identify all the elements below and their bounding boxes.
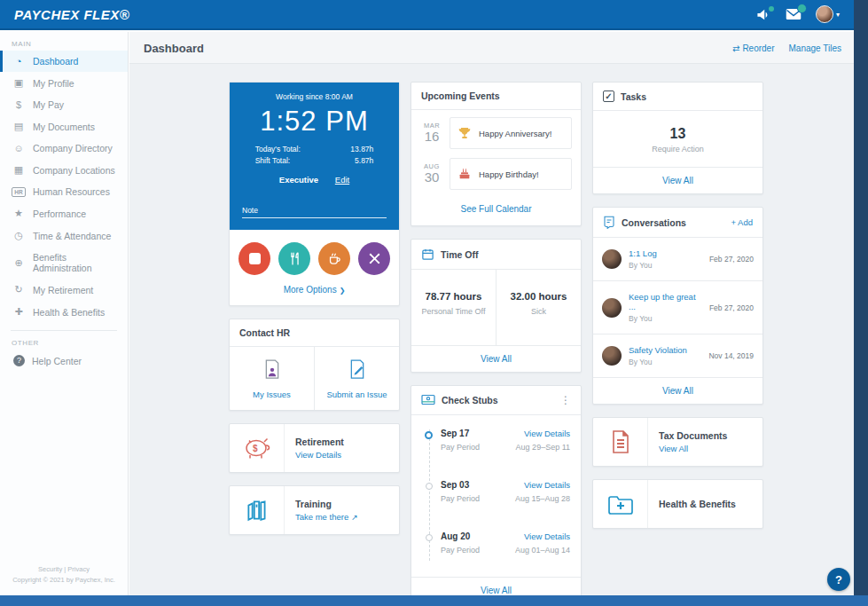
stop-clock-button[interactable] (239, 242, 270, 275)
profile-card-icon: ▣ (12, 77, 26, 89)
note-input[interactable]: Note (242, 206, 387, 218)
conversation-row[interactable]: Keep up the great ... By You Feb 27, 202… (593, 281, 762, 334)
training-link[interactable]: Take me there↗ (295, 512, 388, 522)
app-header: PAYCHEX FLEX® ▾ (0, 0, 854, 30)
time-off-view-all-link[interactable]: View All (411, 345, 581, 372)
check-stub-row: Sep 03 Pay Period View Details Aug 15–Au… (411, 472, 581, 523)
coffee-break-button[interactable] (318, 242, 350, 275)
sidebar-item-dashboard[interactable]: ◔ Dashboard (0, 51, 128, 72)
health-benefits-tile[interactable]: Health & Benefits (592, 479, 763, 529)
messages-icon[interactable] (786, 8, 802, 20)
event-day: 16 (420, 130, 443, 145)
sidebar-item-health-benefits[interactable]: ✚ Health & Benefits (0, 301, 128, 323)
sidebar-item-label: Company Directory (33, 143, 113, 153)
user-menu[interactable]: ▾ (816, 5, 840, 23)
sidebar-item-label: Help Center (32, 356, 82, 366)
event-date: AUG 30 (420, 162, 443, 185)
sidebar-item-company-directory[interactable]: ☺ Company Directory (0, 138, 128, 159)
kebab-menu-icon[interactable]: ⋮ (560, 394, 571, 406)
sidebar-item-label: My Documents (33, 122, 95, 132)
sidebar-item-company-locations[interactable]: ▦ Company Locations (0, 159, 128, 181)
header-actions: ▾ (756, 5, 840, 23)
help-fab-button[interactable]: ? (827, 568, 850, 591)
sidebar-item-label: My Profile (33, 78, 74, 89)
training-tile[interactable]: Training Take me there↗ (229, 485, 400, 535)
main-content: Dashboard ⇄Reorder Manage Tiles Working … (129, 32, 854, 595)
retirement-view-details-link[interactable]: View Details (295, 450, 388, 460)
balance-hours: 78.77 hours (417, 291, 490, 302)
user-avatar[interactable] (816, 5, 833, 23)
todays-total-value: 13.87h (350, 144, 373, 155)
meal-break-button[interactable] (278, 242, 310, 275)
stub-date: Aug 20 (441, 531, 480, 541)
conversations-view-all-link[interactable]: View All (593, 377, 762, 404)
stub-date-range: Aug 01–Aug 14 (515, 546, 570, 555)
tasks-title: Tasks (621, 91, 646, 102)
working-since-text: Working since 8:00 AM (242, 92, 387, 101)
event-row: MAR 16 Happy Anniversary! (411, 110, 581, 151)
tiles-column-1: Working since 8:00 AM 1:52 PM Today's To… (229, 82, 400, 535)
sidebar-item-my-profile[interactable]: ▣ My Profile (0, 72, 128, 94)
transfer-button[interactable] (358, 242, 390, 275)
sidebar-item-human-resources[interactable]: HR Human Resources (0, 181, 128, 202)
health-folder-icon (607, 493, 634, 515)
balance-type: Sick (502, 306, 575, 319)
contact-hr-title: Contact HR (239, 327, 290, 338)
event-card[interactable]: Happy Anniversary! (450, 117, 572, 149)
sidebar-item-benefits-administration[interactable]: ⊕ Benefits Administration (0, 247, 128, 279)
page-title: Dashboard (144, 42, 204, 55)
sidebar-item-my-retirement[interactable]: ↻ My Retirement (0, 279, 128, 301)
contact-hr-tile: Contact HR My Issues Submit an Issue (229, 319, 400, 411)
add-conversation-button[interactable]: + Add (731, 217, 753, 227)
edit-job-link[interactable]: Edit (335, 175, 349, 185)
stub-view-details-link[interactable]: View Details (515, 480, 570, 490)
conversation-row[interactable]: 1:1 Log By You Feb 27, 2020 (593, 238, 762, 281)
conversation-author: By You (629, 261, 657, 270)
stub-subtitle: Pay Period (441, 494, 480, 503)
contact-hr-header: Contact HR (230, 319, 399, 347)
tax-documents-tile[interactable]: Tax Documents View All (592, 417, 763, 467)
retirement-tile[interactable]: $ Retirement View Details (229, 423, 400, 473)
stub-date-range: Aug 15–Aug 28 (515, 494, 570, 503)
more-options-link[interactable]: More Options❯ (239, 285, 390, 295)
stub-date-range: Aug 29–Sep 11 (516, 443, 570, 452)
stub-view-details-link[interactable]: View Details (515, 531, 570, 541)
sidebar-item-label: Company Locations (33, 165, 115, 176)
frame-right-edge (854, 0, 868, 595)
security-privacy-links[interactable]: Security | Privacy (5, 564, 122, 576)
job-title: Executive (279, 175, 318, 185)
shift-total-value: 5.87h (355, 155, 373, 167)
paychex-flex-logo[interactable]: PAYCHEX FLEX® (14, 7, 129, 22)
tasks-view-all-link[interactable]: View All (593, 167, 762, 193)
check-stubs-view-all-link[interactable]: View All (411, 577, 581, 596)
sidebar-item-label: Human Resources (33, 186, 110, 197)
see-full-calendar-link[interactable]: See Full Calendar (411, 192, 581, 225)
conversations-tile: Conversations + Add 1:1 Log By You Feb 2… (592, 207, 763, 405)
event-day: 30 (420, 170, 443, 185)
tasks-tile: ✓ Tasks 13 Require Action View All (592, 82, 763, 194)
help-icon: ? (13, 355, 25, 366)
submit-issue-button[interactable]: Submit an Issue (315, 347, 399, 410)
conversation-row[interactable]: Safety Violation By You Nov 14, 2019 (593, 334, 762, 377)
event-card[interactable]: Happy Birthday! (450, 158, 572, 190)
event-label: Happy Birthday! (479, 169, 539, 179)
my-issues-button[interactable]: My Issues (230, 347, 315, 410)
sidebar-item-time-attendance[interactable]: ◷ Time & Attendance (0, 224, 128, 247)
reorder-button[interactable]: ⇄Reorder (732, 43, 775, 53)
sidebar-item-help-center[interactable]: ? Help Center (0, 350, 128, 372)
sidebar-item-my-pay[interactable]: $ My Pay (0, 94, 128, 115)
conversation-subject-link[interactable]: 1:1 Log (629, 248, 657, 258)
sidebar-item-my-documents[interactable]: ▤ My Documents (0, 115, 128, 138)
conversation-subject-link[interactable]: Keep up the great ... (629, 292, 702, 311)
stub-view-details-link[interactable]: View Details (516, 429, 570, 438)
time-clock-actions: More Options❯ (230, 230, 399, 305)
sidebar-item-label: Time & Attendance (33, 231, 111, 241)
time-off-header: Time Off (411, 240, 581, 270)
sidebar: MAIN ◔ Dashboard ▣ My Profile $ My Pay ▤… (0, 32, 129, 595)
conversation-author: By You (629, 358, 687, 366)
tax-documents-view-all-link[interactable]: View All (659, 444, 752, 453)
announcements-icon[interactable] (756, 8, 771, 21)
conversation-subject-link[interactable]: Safety Violation (629, 345, 687, 355)
sidebar-item-performance[interactable]: ★ Performance (0, 202, 128, 224)
manage-tiles-button[interactable]: Manage Tiles (789, 43, 841, 53)
